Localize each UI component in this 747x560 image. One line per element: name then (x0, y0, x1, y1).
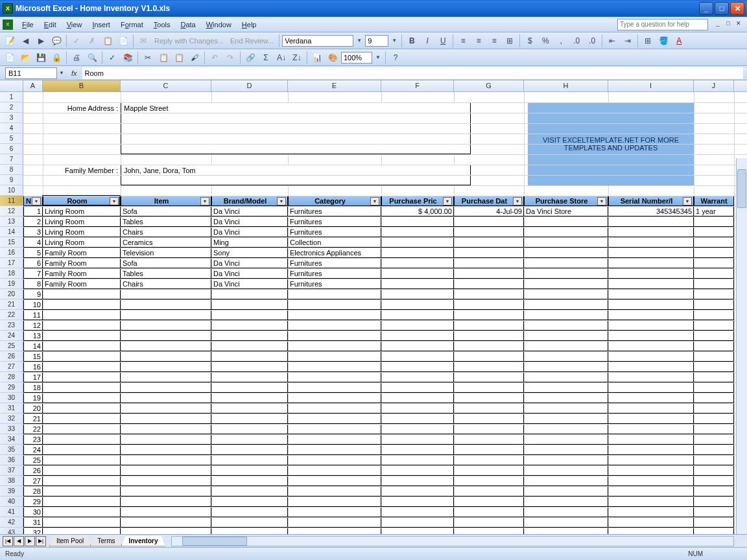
cell-price[interactable]: $ 4,000.00 (381, 206, 454, 216)
align-left-button[interactable]: ≡ (456, 34, 470, 48)
zoom-dropdown-icon[interactable]: ▼ (374, 54, 383, 60)
autosum-icon[interactable]: Σ (259, 51, 273, 65)
increase-decimal-button[interactable]: .0 (569, 34, 584, 48)
fx-icon[interactable]: fx (71, 69, 77, 77)
cell-no[interactable]: 24 (23, 445, 43, 455)
cell-no[interactable]: 2 (23, 216, 43, 227)
cell-no[interactable]: 4 (23, 237, 43, 248)
cell-serial[interactable] (608, 248, 694, 258)
filter-brand[interactable]: Brand/Model▼ (211, 196, 288, 206)
cell-item[interactable]: Sofa (121, 258, 211, 268)
cell-brand[interactable]: Da Vinci (211, 258, 288, 268)
filter-no[interactable]: N▼ (23, 196, 43, 206)
cell-no[interactable]: 22 (23, 424, 43, 434)
cell-no[interactable]: 1 (23, 206, 43, 216)
filter-arrow-icon[interactable]: ▼ (370, 197, 379, 205)
cell-no[interactable]: 27 (23, 476, 43, 486)
cell-warranty[interactable] (694, 279, 734, 289)
print-icon[interactable]: 🖨 (69, 51, 84, 65)
cell-serial[interactable] (608, 216, 694, 227)
copy-icon[interactable]: 📋 (156, 51, 171, 65)
cell-serial[interactable] (608, 227, 694, 237)
cell-price[interactable] (381, 258, 454, 268)
cell-no[interactable]: 25 (23, 455, 43, 465)
undo-icon[interactable]: ↶ (208, 51, 222, 65)
name-box-dropdown-icon[interactable]: ▼ (57, 70, 66, 76)
filter-arrow-icon[interactable]: ▼ (597, 197, 606, 205)
increase-indent-button[interactable]: ⇥ (621, 34, 635, 48)
drawing-icon[interactable]: 🎨 (326, 51, 340, 65)
new-comment-icon[interactable]: 📝 (3, 34, 17, 48)
cell-price[interactable] (381, 248, 454, 258)
row-28[interactable]: 28 (0, 372, 23, 382)
cell-item[interactable]: Television (121, 248, 211, 258)
row-19[interactable]: 19 (0, 279, 23, 289)
menu-edit[interactable]: Edit (39, 19, 62, 30)
hyperlink-icon[interactable]: 🔗 (243, 51, 257, 65)
cell-no[interactable]: 6 (23, 258, 43, 268)
cell-date[interactable] (454, 268, 524, 279)
cell-no[interactable]: 9 (23, 289, 43, 299)
row-32[interactable]: 32 (0, 414, 23, 424)
cell-store[interactable] (524, 216, 608, 227)
font-color-button[interactable]: A (672, 34, 686, 48)
accept-icon[interactable]: ✓ (69, 34, 84, 48)
filter-store[interactable]: Purchase Store▼ (524, 196, 608, 206)
cell-category[interactable]: Furnitures (288, 216, 381, 227)
comma-button[interactable]: , (554, 34, 568, 48)
cell-category[interactable]: Collection (288, 237, 381, 248)
row-11[interactable]: 11 (0, 196, 23, 206)
close-button[interactable]: ✕ (730, 2, 744, 15)
cell-item[interactable]: Sofa (121, 206, 211, 216)
row-15[interactable]: 15 (0, 237, 23, 248)
cell-warranty[interactable] (694, 216, 734, 227)
cell-no[interactable]: 15 (23, 351, 43, 362)
row-21[interactable]: 21 (0, 299, 23, 310)
share-icon[interactable]: 📄 (116, 34, 130, 48)
row-17[interactable]: 17 (0, 258, 23, 268)
cell-serial[interactable]: 345345345 (608, 206, 694, 216)
row-1[interactable]: 1 (0, 92, 23, 102)
tab-last-icon[interactable]: ▶| (36, 536, 46, 546)
cell-no[interactable]: 28 (23, 486, 43, 496)
menu-view[interactable]: View (62, 19, 88, 30)
row-29[interactable]: 29 (0, 382, 23, 393)
spelling-icon[interactable]: ✓ (105, 51, 119, 65)
sort-asc-icon[interactable]: A↓ (274, 51, 289, 65)
cell-room[interactable]: Living Room (43, 227, 121, 237)
cell-date[interactable]: 4-Jul-09 (454, 206, 524, 216)
cell-no[interactable]: 18 (23, 382, 43, 393)
cell-brand[interactable]: Ming (211, 237, 288, 248)
row-4[interactable]: 4 (0, 123, 23, 134)
col-C[interactable]: C (121, 80, 211, 91)
cell-no[interactable]: 26 (23, 465, 43, 476)
cell-price[interactable] (381, 216, 454, 227)
sort-desc-icon[interactable]: Z↓ (290, 51, 304, 65)
maximize-button[interactable]: □ (715, 2, 729, 15)
save-icon[interactable]: 💾 (34, 51, 48, 65)
filter-arrow-icon[interactable]: ▼ (443, 197, 452, 205)
cell-no[interactable]: 19 (23, 393, 43, 403)
cell-store[interactable] (524, 237, 608, 248)
cell-store[interactable] (524, 227, 608, 237)
cell-no[interactable]: 16 (23, 362, 43, 372)
cell-no[interactable]: 5 (23, 248, 43, 258)
cell-store[interactable] (524, 258, 608, 268)
row-37[interactable]: 37 (0, 465, 23, 476)
row-12[interactable]: 12 (0, 206, 23, 216)
row-9[interactable]: 9 (0, 175, 23, 185)
cell-room[interactable]: Family Room (43, 258, 121, 268)
cell-store[interactable] (524, 279, 608, 289)
doc-minimize-button[interactable]: _ (713, 19, 722, 27)
filter-warranty[interactable]: Warrant (694, 196, 734, 206)
filter-category[interactable]: Category▼ (288, 196, 381, 206)
cell-category[interactable]: Furnitures (288, 268, 381, 279)
cell-warranty[interactable] (694, 248, 734, 258)
cell-price[interactable] (381, 268, 454, 279)
filter-price[interactable]: Purchase Pric▼ (381, 196, 454, 206)
cell-room[interactable]: Living Room (43, 206, 121, 216)
cell-no[interactable]: 13 (23, 331, 43, 341)
show-icon[interactable]: 💬 (49, 34, 64, 48)
row-22[interactable]: 22 (0, 310, 23, 320)
underline-button[interactable]: U (436, 34, 450, 48)
